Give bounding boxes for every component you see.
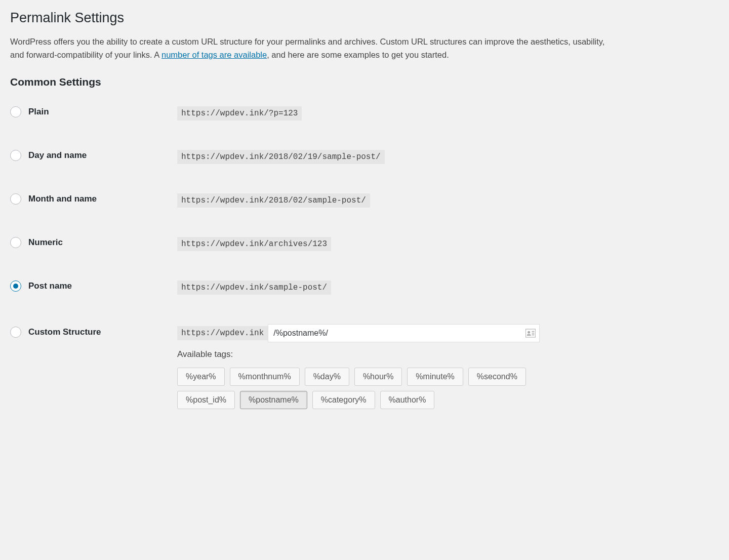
description-text-after: , and here are some examples to get you … [267, 50, 449, 59]
tag-button-author[interactable]: %author% [380, 391, 435, 409]
label-numeric[interactable]: Numeric [28, 237, 63, 248]
structure-row-day-name: Day and name https://wpdev.ink/2018/02/1… [10, 150, 618, 164]
radio-custom[interactable] [10, 327, 21, 338]
example-month-name: https://wpdev.ink/2018/02/sample-post/ [177, 193, 370, 208]
radio-post-name[interactable] [10, 281, 21, 292]
tag-button-second[interactable]: %second% [468, 368, 526, 386]
available-tags-container: %year% %monthnum% %day% %hour% %minute% … [177, 368, 572, 409]
structure-row-month-name: Month and name https://wpdev.ink/2018/02… [10, 193, 618, 208]
radio-day-name[interactable] [10, 150, 21, 161]
tag-button-year[interactable]: %year% [177, 368, 225, 386]
radio-month-name[interactable] [10, 193, 21, 205]
example-plain: https://wpdev.ink/?p=123 [177, 106, 302, 121]
label-post-name[interactable]: Post name [28, 281, 72, 291]
radio-numeric[interactable] [10, 237, 21, 248]
label-day-name[interactable]: Day and name [28, 150, 87, 161]
tag-button-day[interactable]: %day% [305, 368, 349, 386]
common-settings-heading: Common Settings [10, 76, 618, 88]
page-title: Permalink Settings [10, 10, 618, 26]
radio-plain[interactable] [10, 106, 21, 117]
structure-row-custom: Custom Structure https://wpdev.ink Avail… [10, 324, 618, 409]
example-post-name: https://wpdev.ink/sample-post/ [177, 281, 331, 295]
svg-point-1 [528, 331, 530, 334]
page-description: WordPress offers you the ability to crea… [10, 35, 618, 62]
label-plain[interactable]: Plain [28, 107, 49, 117]
label-custom[interactable]: Custom Structure [28, 327, 101, 337]
tag-button-minute[interactable]: %minute% [407, 368, 463, 386]
structure-row-plain: Plain https://wpdev.ink/?p=123 [10, 106, 618, 121]
tag-button-hour[interactable]: %hour% [354, 368, 402, 386]
structure-row-numeric: Numeric https://wpdev.ink/archives/123 [10, 237, 618, 251]
custom-structure-input[interactable] [268, 324, 540, 342]
tag-button-category[interactable]: %category% [312, 391, 375, 409]
available-tags-label: Available tags: [177, 349, 618, 359]
structure-row-post-name: Post name https://wpdev.ink/sample-post/ [10, 281, 618, 295]
tag-button-postname[interactable]: %postname% [240, 391, 307, 409]
example-day-name: https://wpdev.ink/2018/02/19/sample-post… [177, 150, 385, 164]
contact-card-icon [525, 329, 536, 337]
tag-button-monthnum[interactable]: %monthnum% [230, 368, 300, 386]
example-numeric: https://wpdev.ink/archives/123 [177, 237, 331, 251]
label-month-name[interactable]: Month and name [28, 194, 97, 204]
tags-available-link[interactable]: number of tags are available [161, 50, 267, 59]
tag-button-post-id[interactable]: %post_id% [177, 391, 235, 409]
custom-prefix: https://wpdev.ink [177, 326, 268, 340]
